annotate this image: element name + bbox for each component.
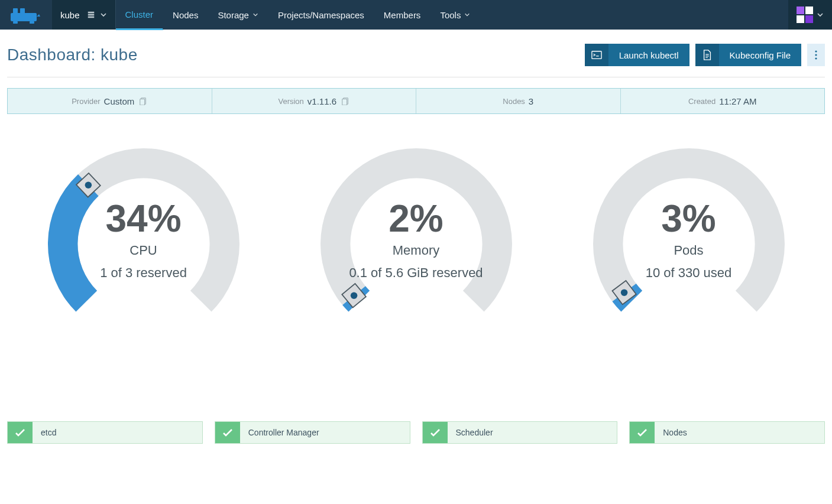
nav-label: Storage: [218, 10, 249, 20]
nav-items: Cluster Nodes Storage Projects/Namespace…: [116, 0, 481, 30]
button-label: Kubeconfig File: [719, 50, 801, 60]
gauge-pods: 3% Pods 10 of 330 used: [559, 138, 819, 350]
page-header: Dashboard: kube Launch kubectl Kubeconfi…: [7, 37, 825, 77]
info-provider: Provider Custom: [8, 89, 212, 113]
check-icon: [8, 422, 33, 443]
check-icon: [215, 422, 240, 443]
cluster-selector[interactable]: kube: [52, 0, 116, 30]
nav-label: Projects/Namespaces: [278, 10, 364, 20]
health-controller-manager[interactable]: Controller Manager: [215, 421, 410, 444]
vertical-dots-icon: [815, 50, 817, 60]
clipboard-icon[interactable]: [341, 97, 349, 105]
svg-rect-6: [88, 14, 94, 16]
avatar: [797, 6, 813, 23]
gauge-subtitle: 0.1 of 5.6 GiB reserved: [286, 265, 546, 281]
svg-rect-15: [342, 99, 347, 106]
nav-item-tools[interactable]: Tools: [430, 0, 480, 30]
gauge-row: 34% CPU 1 of 3 reserved 2% Memory 0.1 of…: [7, 138, 825, 350]
kubeconfig-file-button[interactable]: Kubeconfig File: [695, 44, 801, 66]
svg-rect-2: [20, 8, 25, 14]
more-actions-button[interactable]: [807, 44, 825, 66]
terminal-icon: [585, 44, 608, 66]
health-nodes[interactable]: Nodes: [629, 421, 825, 444]
rancher-logo-icon: [8, 6, 44, 24]
page-title: Dashboard: kube: [7, 45, 138, 64]
health-etcd[interactable]: etcd: [7, 421, 203, 444]
health-label: Nodes: [655, 422, 687, 443]
svg-point-9: [815, 50, 817, 52]
cluster-info-bar: Provider Custom Version v1.11.6 Nodes 3 …: [7, 88, 825, 114]
gauge-subtitle: 1 of 3 reserved: [14, 265, 274, 281]
nav-item-projects-namespaces[interactable]: Projects/Namespaces: [268, 0, 374, 30]
health-label: Scheduler: [448, 422, 493, 443]
nav-item-storage[interactable]: Storage: [208, 0, 268, 30]
svg-rect-7: [88, 17, 94, 18]
check-icon: [423, 422, 448, 443]
svg-point-10: [815, 54, 817, 56]
chevron-down-icon: [817, 11, 824, 18]
check-icon: [630, 422, 655, 443]
gauge-title: Memory: [286, 243, 546, 258]
gauge-subtitle: 10 of 330 used: [559, 265, 819, 281]
chevron-down-icon: [252, 12, 258, 18]
nav-label: Tools: [440, 10, 461, 20]
gauge-title: CPU: [14, 243, 274, 258]
svg-rect-0: [11, 13, 37, 21]
nav-item-cluster[interactable]: Cluster: [116, 0, 164, 30]
gauge-percent: 2%: [286, 197, 546, 240]
nav-label: Cluster: [125, 9, 154, 19]
svg-rect-13: [140, 99, 145, 106]
top-navbar: kube Cluster Nodes Storage Projects/Name…: [0, 0, 832, 30]
button-label: Launch kubectl: [608, 50, 689, 60]
nav-label: Members: [384, 10, 421, 20]
svg-point-19: [350, 292, 357, 299]
info-version: Version v1.11.6: [212, 89, 417, 113]
info-created: Created 11:27 AM: [621, 89, 825, 113]
svg-point-21: [620, 289, 627, 296]
health-scheduler[interactable]: Scheduler: [422, 421, 618, 444]
stack-icon: [87, 11, 95, 19]
nav-label: Nodes: [173, 10, 198, 20]
logo[interactable]: [0, 0, 52, 30]
user-menu[interactable]: [788, 0, 832, 30]
launch-kubectl-button[interactable]: Launch kubectl: [585, 44, 689, 66]
chevron-down-icon: [464, 12, 470, 18]
file-icon: [695, 44, 719, 66]
gauge-title: Pods: [559, 243, 819, 258]
gauge-cpu: 34% CPU 1 of 3 reserved: [14, 138, 274, 350]
nav-item-nodes[interactable]: Nodes: [163, 0, 208, 30]
svg-rect-5: [88, 12, 94, 14]
clipboard-icon[interactable]: [139, 97, 147, 105]
health-label: Controller Manager: [240, 422, 319, 443]
gauge-percent: 3%: [559, 197, 819, 240]
gauge-memory: 2% Memory 0.1 of 5.6 GiB reserved: [286, 138, 546, 350]
gauge-percent: 34%: [14, 197, 274, 240]
info-nodes: Nodes 3: [416, 89, 621, 113]
svg-rect-8: [592, 51, 601, 59]
chevron-down-icon: [100, 11, 107, 18]
health-label: etcd: [33, 422, 56, 443]
svg-point-17: [85, 182, 92, 189]
svg-point-11: [815, 57, 817, 59]
component-health-row: etcd Controller Manager Scheduler Nodes: [7, 421, 825, 444]
cluster-name: kube: [60, 10, 80, 20]
nav-item-members[interactable]: Members: [374, 0, 431, 30]
svg-rect-1: [13, 8, 18, 14]
